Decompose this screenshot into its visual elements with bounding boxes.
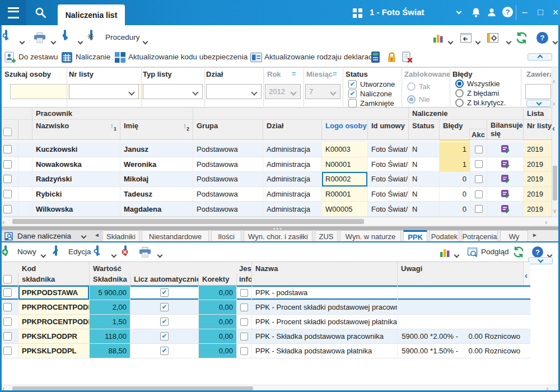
tab-ppk-active[interactable]: PPK bbox=[403, 230, 427, 242]
preview-button[interactable] bbox=[468, 248, 478, 259]
analytics-chevron-icon[interactable] bbox=[448, 39, 454, 45]
tab-skladniki[interactable]: Składniki bbox=[102, 230, 139, 242]
bledy-wszystkie-radio[interactable]: Wszystkie bbox=[455, 80, 500, 88]
detail-refresh-button[interactable] bbox=[512, 246, 525, 260]
edit-button[interactable] bbox=[55, 246, 57, 255]
bledy-krytyczne-radio[interactable]: Z bł.krytycz. bbox=[455, 99, 506, 107]
delete-declaration-button[interactable] bbox=[402, 52, 413, 64]
vertical-scrollbar-thumb[interactable] bbox=[553, 166, 557, 200]
dock-panel-button[interactable] bbox=[460, 33, 472, 44]
tab-naliczenia-list[interactable]: Naliczenia list bbox=[58, 4, 125, 25]
table-row[interactable]: Kuczkowski Janusz Podstawowa Administrac… bbox=[0, 142, 552, 157]
context-help-chevron-icon[interactable] bbox=[553, 39, 558, 45]
splitter-handle[interactable] bbox=[0, 226, 560, 230]
detail-row[interactable]: PPKPROCENTPODP 2,00 0,00 PPK - Procent s… bbox=[0, 300, 530, 315]
tab-ilosci[interactable]: Ilości bbox=[211, 230, 241, 242]
rok-select[interactable]: 2012 bbox=[265, 84, 301, 99]
col-header-nazwa[interactable]: Nazwa bbox=[252, 262, 398, 273]
col-header-status[interactable]: Status bbox=[409, 120, 440, 139]
akc-checkbox[interactable] bbox=[475, 205, 483, 213]
tab-wyn-w-naturze[interactable]: Wyn. w naturze bbox=[340, 230, 401, 242]
col-header-logo-osoby[interactable]: Logo osoby bbox=[322, 120, 368, 139]
scroll-down-arrow[interactable]: ∨ bbox=[553, 208, 557, 214]
print-chevron-icon[interactable] bbox=[51, 39, 57, 45]
refresh-button[interactable] bbox=[515, 31, 528, 46]
col-header-kod[interactable]: Kod bbox=[18, 262, 90, 273]
detail-analytics-button[interactable] bbox=[440, 247, 451, 259]
detail-row[interactable]: PPKPROCENTPODP 1,50 0,00 PPK - Procent s… bbox=[0, 315, 530, 329]
user-button[interactable] bbox=[486, 7, 497, 20]
menu-button[interactable] bbox=[0, 0, 26, 25]
cell-kod[interactable]: PPKSKLPODPR bbox=[18, 329, 90, 343]
akc-checkbox[interactable] bbox=[475, 146, 483, 153]
detail-row[interactable]: PPKSKLPODPR 118,00 0,00 PPK - Składka po… bbox=[0, 329, 530, 344]
collapse-filters-chip[interactable] bbox=[528, 53, 552, 60]
open-chevron-icon[interactable] bbox=[111, 253, 117, 258]
new-button[interactable] bbox=[4, 246, 7, 255]
notifications-button[interactable] bbox=[470, 7, 482, 20]
zablokowane-nie-radio[interactable]: Nie bbox=[407, 95, 430, 104]
history-chevron-icon[interactable] bbox=[78, 39, 83, 45]
tabs-scroll-right-icon[interactable]: ► bbox=[532, 232, 538, 238]
payment-terminal-button[interactable] bbox=[371, 52, 380, 64]
col-header-licz[interactable]: Licz automatycznie bbox=[130, 273, 199, 285]
print-detail-chevron-icon[interactable] bbox=[157, 253, 163, 258]
status-zamkniete-checkbox[interactable]: Zamknięte bbox=[348, 99, 394, 108]
row-checkbox[interactable] bbox=[3, 318, 12, 326]
tab-zus[interactable]: ZUS bbox=[315, 230, 338, 242]
col-header-uwagi[interactable]: Uwagi bbox=[398, 262, 524, 273]
minimize-button[interactable]: – bbox=[520, 6, 530, 19]
col-header-dzial[interactable]: Dział bbox=[263, 120, 322, 139]
scroll-right-arrow[interactable]: › bbox=[545, 218, 547, 226]
close-button[interactable]: × bbox=[550, 6, 560, 19]
select-all-checkbox[interactable] bbox=[3, 275, 12, 283]
detail-row-selected[interactable]: PPKPODSTAWA 5 900,00 0,00 PPK - podstawa bbox=[0, 286, 530, 300]
table-row[interactable]: Nowakowska Weronika Podstawowa Administr… bbox=[0, 157, 552, 172]
row-checkbox[interactable] bbox=[3, 205, 12, 213]
tab-wy-clipped[interactable]: Wy bbox=[500, 230, 528, 242]
company-selector[interactable]: 1 - Foto Świat bbox=[370, 7, 424, 17]
print-detail-button[interactable] bbox=[139, 247, 151, 259]
licz-checkbox-checked[interactable] bbox=[160, 332, 169, 340]
akt-rodzaju-button[interactable] bbox=[250, 53, 262, 64]
col-header-kod2[interactable]: składnika bbox=[18, 273, 90, 285]
expand-filters-chip[interactable] bbox=[526, 100, 551, 107]
delete-button[interactable] bbox=[124, 246, 127, 255]
window-settings-chevron-icon[interactable] bbox=[506, 39, 512, 45]
table-row-selected[interactable]: Radzyński Mikołaj Podstawowa Administrac… bbox=[0, 172, 552, 187]
find-chevron-icon[interactable] bbox=[20, 39, 25, 45]
row-checkbox[interactable] bbox=[3, 347, 12, 355]
nr-listy-select[interactable] bbox=[69, 84, 139, 99]
modules-button[interactable] bbox=[353, 8, 362, 20]
company-chevron-icon[interactable] bbox=[456, 9, 462, 15]
scroll-left-arrow[interactable]: ‹ bbox=[2, 218, 4, 226]
col-header-grupa[interactable]: Grupa bbox=[193, 120, 263, 139]
col-header-nazwisko[interactable]: Nazwisko↑1 bbox=[32, 120, 120, 139]
row-checkbox[interactable] bbox=[3, 332, 12, 340]
select-all-checkbox[interactable] bbox=[3, 128, 12, 136]
detail-help-button[interactable]: ? bbox=[532, 246, 543, 258]
row-checkbox[interactable] bbox=[3, 303, 12, 311]
tab-potracenia[interactable]: Potrącenia bbox=[461, 230, 498, 242]
detail-columns-left-icon[interactable]: ‹ bbox=[525, 270, 528, 280]
detail-panel-selector[interactable]: Dane naliczenia ◄ bbox=[0, 230, 101, 242]
horizontal-scrollbar-thumb[interactable] bbox=[12, 219, 364, 224]
open-button[interactable] bbox=[96, 246, 99, 255]
maximize-button[interactable]: □ bbox=[535, 6, 545, 19]
collapse-detail-chip[interactable] bbox=[528, 257, 553, 264]
akc-checkbox[interactable] bbox=[475, 175, 483, 183]
info-checkbox[interactable] bbox=[240, 289, 248, 297]
do-zestawu-button[interactable] bbox=[4, 52, 16, 65]
col-header-akc[interactable]: Akc bbox=[469, 129, 487, 139]
cell-logo-focused[interactable]: R00002 bbox=[322, 172, 368, 186]
cell-logo[interactable]: R00001 bbox=[322, 187, 368, 202]
status-utworzone-checkbox[interactable]: Utworzone bbox=[348, 80, 395, 88]
zawiera-input[interactable] bbox=[525, 84, 551, 99]
detail-analytics-chevron-icon[interactable] bbox=[454, 253, 460, 258]
naliczanie-button[interactable] bbox=[62, 52, 72, 64]
row-checkbox[interactable] bbox=[3, 288, 12, 297]
find-document-button[interactable] bbox=[5, 31, 7, 39]
info-checkbox[interactable] bbox=[240, 304, 248, 311]
typ-listy-select[interactable] bbox=[143, 84, 203, 99]
info-checkbox[interactable] bbox=[240, 333, 248, 340]
